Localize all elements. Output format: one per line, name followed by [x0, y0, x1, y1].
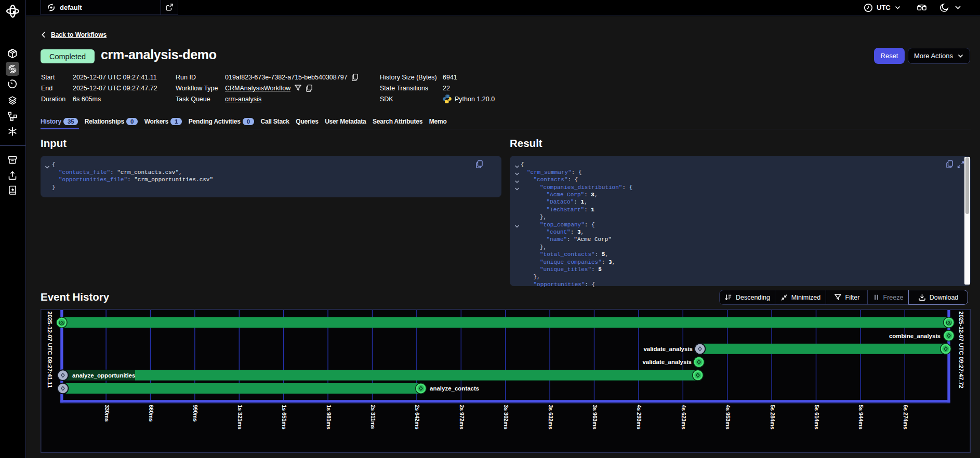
svg-text:6s 274ms: 6s 274ms — [903, 405, 909, 429]
svg-text:4s 953ms: 4s 953ms — [725, 405, 731, 429]
svg-text:1s 651ms: 1s 651ms — [281, 405, 287, 429]
svg-text:2s 972ms: 2s 972ms — [459, 405, 465, 429]
svg-text:4s 623ms: 4s 623ms — [681, 405, 687, 429]
svg-text:2s 311ms: 2s 311ms — [370, 405, 376, 429]
svg-text:3s 963ms: 3s 963ms — [592, 405, 598, 429]
svg-text:5s 614ms: 5s 614ms — [814, 405, 820, 429]
svg-text:2s 642ms: 2s 642ms — [414, 405, 420, 429]
svg-text:3s 632ms: 3s 632ms — [548, 405, 554, 429]
svg-text:analyze_contacts: analyze_contacts — [430, 385, 479, 392]
svg-text:2025-12-07 UTC 09:27:41.11: 2025-12-07 UTC 09:27:41.11 — [47, 312, 53, 388]
svg-text:5s 944ms: 5s 944ms — [858, 405, 864, 429]
svg-text:660ms: 660ms — [148, 405, 154, 422]
svg-text:validate_analysis: validate_analysis — [643, 346, 693, 352]
svg-text:combine_analysis: combine_analysis — [889, 333, 941, 339]
svg-text:4s 293ms: 4s 293ms — [636, 405, 642, 429]
svg-text:2025-12-07 UTC 09:27:47.72: 2025-12-07 UTC 09:27:47.72 — [958, 312, 964, 388]
svg-text:analyze_opportunities: analyze_opportunities — [72, 372, 135, 379]
svg-text:3s 302ms: 3s 302ms — [503, 405, 509, 429]
svg-text:330ms: 330ms — [104, 405, 110, 422]
svg-text:990ms: 990ms — [192, 405, 198, 422]
svg-text:1s 321ms: 1s 321ms — [237, 405, 243, 429]
svg-text:validate_analysis: validate_analysis — [642, 359, 692, 365]
svg-text:1s 981ms: 1s 981ms — [326, 405, 332, 429]
svg-text:5s 284ms: 5s 284ms — [770, 405, 776, 429]
